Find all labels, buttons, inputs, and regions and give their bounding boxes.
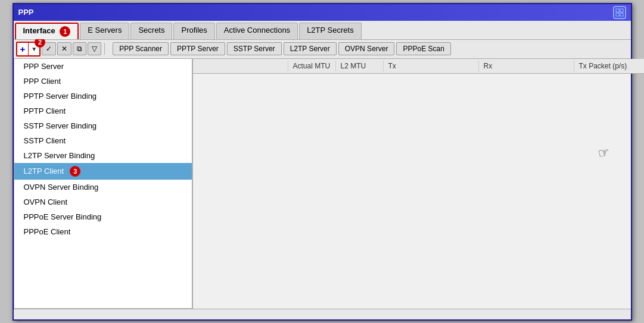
filter-button[interactable]: ▽ bbox=[88, 42, 101, 55]
tab-e-servers[interactable]: E Servers bbox=[80, 23, 129, 39]
table-body: ☞ bbox=[193, 74, 645, 309]
svg-rect-2 bbox=[616, 13, 619, 16]
status-bar bbox=[14, 309, 631, 319]
l2tp-server-button[interactable]: L2TP Server bbox=[284, 42, 337, 55]
table-header: Actual MTU L2 MTU Tx Rx Tx Packet (p/s) bbox=[193, 59, 645, 74]
col-l2-mtu: L2 MTU bbox=[336, 61, 384, 71]
svg-rect-1 bbox=[620, 9, 623, 12]
main-content: PPP Server PPP Client PPTP Server Bindin… bbox=[14, 59, 631, 309]
col-name bbox=[193, 61, 288, 71]
menu-pppoe-server-binding[interactable]: PPPoE Server Binding bbox=[14, 209, 192, 224]
tab-profiles[interactable]: Profiles bbox=[173, 23, 214, 39]
tab-l2tp-secrets[interactable]: L2TP Secrets bbox=[299, 23, 362, 39]
l2tp-client-badge: 3 bbox=[70, 166, 80, 177]
window-title: PPP bbox=[18, 8, 34, 17]
tab-secrets[interactable]: Secrets bbox=[130, 23, 172, 39]
col-rx: Rx bbox=[479, 61, 574, 71]
main-window: PPP Interface 1 E Servers Secrets Profil… bbox=[13, 3, 632, 321]
menu-ppp-server[interactable]: PPP Server bbox=[14, 59, 192, 74]
cursor-icon: ☞ bbox=[596, 144, 611, 161]
add-button-wrapper: + ▼ 2 bbox=[16, 42, 41, 57]
tab-wrapper-interface: Interface 1 bbox=[15, 23, 80, 39]
delete-button[interactable]: ✕ bbox=[57, 42, 71, 55]
title-bar: PPP bbox=[14, 4, 631, 21]
dropdown-menu: PPP Server PPP Client PPTP Server Bindin… bbox=[14, 59, 192, 309]
col-tx-packet: Tx Packet (p/s) bbox=[574, 61, 645, 71]
svg-rect-0 bbox=[616, 9, 619, 12]
tab-interface[interactable]: Interface 1 bbox=[15, 23, 79, 39]
menu-ppp-client[interactable]: PPP Client bbox=[14, 74, 192, 89]
menu-pptp-server-binding[interactable]: PPTP Server Binding bbox=[14, 89, 192, 104]
ppp-scanner-button[interactable]: PPP Scanner bbox=[113, 42, 169, 55]
toolbar-separator bbox=[104, 43, 105, 55]
toolbar-right-buttons: PPP Scanner PPTP Server SSTP Server L2TP… bbox=[113, 42, 451, 55]
copy-button[interactable]: ⧉ bbox=[73, 42, 86, 55]
menu-pptp-client[interactable]: PPTP Client bbox=[14, 104, 192, 118]
col-tx: Tx bbox=[384, 61, 479, 71]
screen-icon[interactable] bbox=[613, 6, 626, 19]
tab-bar: Interface 1 E Servers Secrets Profiles A… bbox=[14, 21, 631, 40]
ovpn-server-button[interactable]: OVPN Server bbox=[338, 42, 395, 55]
menu-pppoe-client[interactable]: PPPoE Client bbox=[14, 224, 192, 239]
toolbar: + ▼ 2 ✓ ✕ ⧉ ▽ PPP Scanner PPTP Server SS… bbox=[14, 40, 631, 59]
pptp-server-button[interactable]: PPTP Server bbox=[170, 42, 225, 55]
tab-active-connections[interactable]: Active Connections bbox=[216, 23, 298, 39]
menu-sstp-client[interactable]: SSTP Client bbox=[14, 133, 192, 148]
svg-rect-3 bbox=[620, 13, 623, 16]
pppoe-scan-button[interactable]: PPPoE Scan bbox=[396, 42, 450, 55]
menu-sstp-server-binding[interactable]: SSTP Server Binding bbox=[14, 118, 192, 133]
menu-l2tp-client[interactable]: L2TP Client 3 bbox=[14, 163, 192, 180]
col-actual-mtu: Actual MTU bbox=[288, 61, 336, 71]
menu-ovpn-client[interactable]: OVPN Client bbox=[14, 195, 192, 209]
menu-l2tp-server-binding[interactable]: L2TP Server Binding bbox=[14, 148, 192, 163]
add-plus-button[interactable]: + bbox=[17, 43, 29, 55]
tab-badge-1: 1 bbox=[60, 26, 70, 37]
right-panel: Actual MTU L2 MTU Tx Rx Tx Packet (p/s) … bbox=[192, 59, 645, 309]
menu-ovpn-server-binding[interactable]: OVPN Server Binding bbox=[14, 180, 192, 195]
sstp-server-button[interactable]: SSTP Server bbox=[227, 42, 282, 55]
